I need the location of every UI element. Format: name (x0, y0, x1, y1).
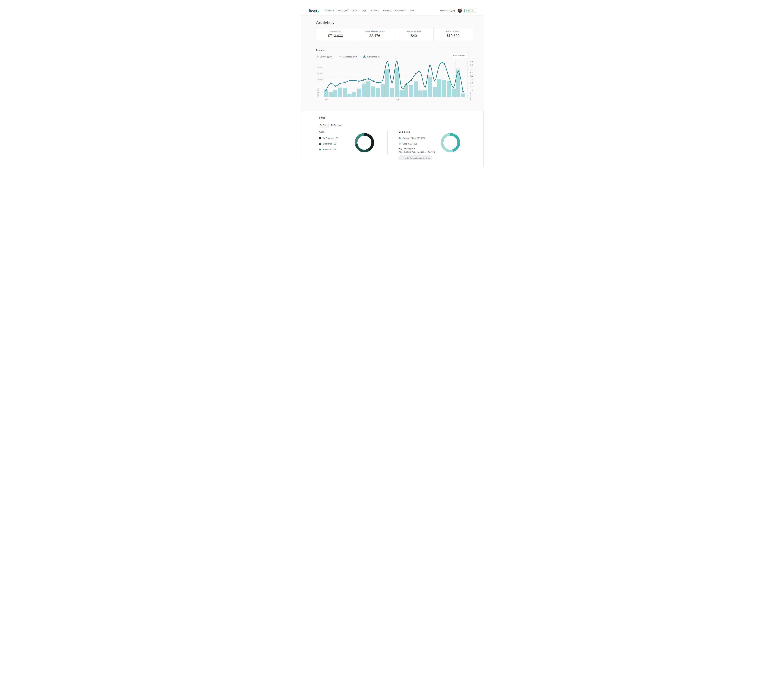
svg-text:FEB: FEB (324, 99, 328, 101)
stat-total-completed-orders: Total Completed Orders22,476 (355, 28, 394, 41)
stat-value: $40 (394, 34, 433, 38)
legend-dot-icon (319, 143, 321, 145)
legend-label: Custom Offers ($8,872) (403, 137, 425, 139)
svg-text:$1500: $1500 (318, 72, 323, 74)
unread-messages-badge-icon (348, 9, 348, 10)
balance-button[interactable]: $920.00 (464, 9, 476, 13)
completed-heading: Completed (399, 130, 410, 133)
svg-text:REVENUE: REVENUE (317, 88, 319, 97)
legend-item: Delivered - 22 (319, 141, 338, 147)
svg-text:2.5: 2.5 (470, 82, 473, 84)
filter-radio-completed[interactable]: Completed (9) (363, 56, 380, 58)
filter-radio-earned[interactable]: Earned ($240) (316, 56, 333, 58)
svg-text:1.5: 1.5 (470, 89, 473, 91)
revenue-orders-chart-svg: $2000$1500$10005.55.04.54.03.53.02.52.01… (317, 60, 475, 101)
active-orders-donut-chart (355, 133, 374, 152)
legend-label: In Progress - 29 (323, 137, 338, 139)
sales-divider (387, 130, 388, 155)
date-range-value: Last 30 days (453, 54, 465, 57)
stat-avg-selling-price: Avg. Selling Price$40 (394, 28, 433, 41)
top-navigation-bar: fiverr DashboardMessagesOrdersGigsAnalyt… (301, 6, 484, 16)
overview-heading: Overview (316, 49, 325, 51)
nav-item-orders[interactable]: Orders (351, 10, 358, 12)
nav-item-community[interactable]: Community (395, 10, 405, 12)
main-nav: DashboardMessagesOrdersGigsAnalyticsEarn… (324, 10, 414, 12)
avatar[interactable] (458, 9, 462, 13)
svg-text:2.0: 2.0 (470, 86, 473, 88)
legend-dot-icon (399, 137, 401, 139)
stat-value: $713,033 (316, 34, 355, 38)
legend-item: Rejected - 20 (319, 147, 338, 152)
svg-text:$1000: $1000 (318, 78, 323, 80)
legend-item: Gigs ($10,668) (399, 141, 425, 147)
legend-item: Custom Offers ($8,872) (399, 135, 425, 141)
svg-text:ORDERS: ORDERS (469, 92, 471, 100)
stat-label: Total Completed Orders (355, 30, 394, 32)
filter-label: Completed (9) (367, 56, 380, 58)
custom-offers-cta-button[interactable]: Make the most of custom offers (399, 155, 433, 160)
active-legend: In Progress - 29Delivered - 22Rejected -… (319, 135, 338, 152)
filter-radio-cancelled[interactable]: Cancelled ($80) (339, 56, 357, 58)
nav-item-messages[interactable]: Messages (338, 10, 347, 12)
avg-selling-price-values: Gigs ($60.38) / Custom Offers ($82.15) (399, 151, 435, 153)
svg-text:$2000: $2000 (318, 66, 323, 68)
legend-item: In Progress - 29 (319, 135, 338, 141)
completed-orders-donut-chart (441, 133, 460, 152)
completed-legend: Custom Offers ($8,872)Gigs ($10,668) (399, 135, 425, 147)
legend-label: Gigs ($10,668) (403, 142, 417, 145)
fiverr-logo-text: fiverr (309, 8, 318, 13)
analytics-page: fiverr DashboardMessagesOrdersGigsAnalyt… (294, 0, 490, 173)
radio-icon (339, 56, 341, 58)
legend-dot-icon (319, 137, 321, 139)
svg-text:3.5: 3.5 (470, 75, 473, 77)
nav-item-gigs[interactable]: Gigs (362, 10, 366, 12)
nav-item-dashboard[interactable]: Dashboard (324, 10, 334, 12)
stat-label: Total Earnings (316, 30, 355, 32)
stat-total-earnings: Total Earnings$713,033 (316, 28, 355, 41)
active-heading: Active (319, 130, 326, 133)
nav-item-analytics[interactable]: Analytics (371, 10, 379, 12)
fiverr-logo-green-dot-icon (318, 11, 319, 12)
svg-text:5.0: 5.0 (470, 64, 473, 66)
overview-chart: $2000$1500$10005.55.04.54.03.53.02.52.01… (317, 60, 475, 101)
svg-text:5.5: 5.5 (470, 61, 473, 63)
stat-earned-in-march: Earned In March$19,620 (433, 28, 473, 41)
stat-value: $19,620 (433, 34, 473, 38)
svg-text:MAR: MAR (395, 99, 399, 101)
switch-to-buying-link[interactable]: Switch to buying (440, 10, 455, 12)
legend-dot-icon (319, 148, 321, 150)
stats-summary-bar: Total Earnings$713,033Total Completed Or… (316, 28, 473, 41)
overview-filter-radios: Earned ($240)Cancelled ($80)Completed (9… (316, 56, 380, 58)
online-status-icon (461, 8, 462, 10)
svg-text:3.0: 3.0 (470, 79, 473, 81)
legend-label: Rejected - 20 (323, 148, 336, 151)
svg-text:4.5: 4.5 (470, 68, 473, 70)
stat-label: Avg. Selling Price (394, 30, 433, 32)
nav-item-earnings[interactable]: Earnings (383, 10, 391, 12)
stat-label: Earned In March (433, 30, 473, 32)
filter-label: Earned ($240) (320, 56, 333, 58)
svg-text:4.0: 4.0 (470, 71, 473, 73)
radio-icon (316, 56, 319, 58)
avg-selling-price-label: Avg. Selling price (399, 147, 415, 150)
date-range-dropdown[interactable]: Last 30 days (451, 53, 469, 58)
nav-item-more[interactable]: More (410, 10, 414, 12)
chevron-down-icon (465, 54, 467, 56)
header-right-group: Switch to buying $920.00 (440, 9, 476, 13)
radio-icon (363, 56, 366, 58)
stat-value: 22,476 (355, 34, 394, 38)
tab-by-order[interactable]: By Order (319, 123, 328, 128)
page-title: Analytics (316, 20, 334, 25)
filter-label: Cancelled ($80) (343, 56, 357, 58)
legend-dot-icon (399, 143, 401, 145)
fiverr-logo[interactable]: fiverr (309, 8, 319, 13)
sales-heading: Sales (319, 116, 325, 119)
legend-label: Delivered - 22 (323, 142, 336, 145)
tab-by-revenue[interactable]: By Revenue (331, 123, 342, 128)
